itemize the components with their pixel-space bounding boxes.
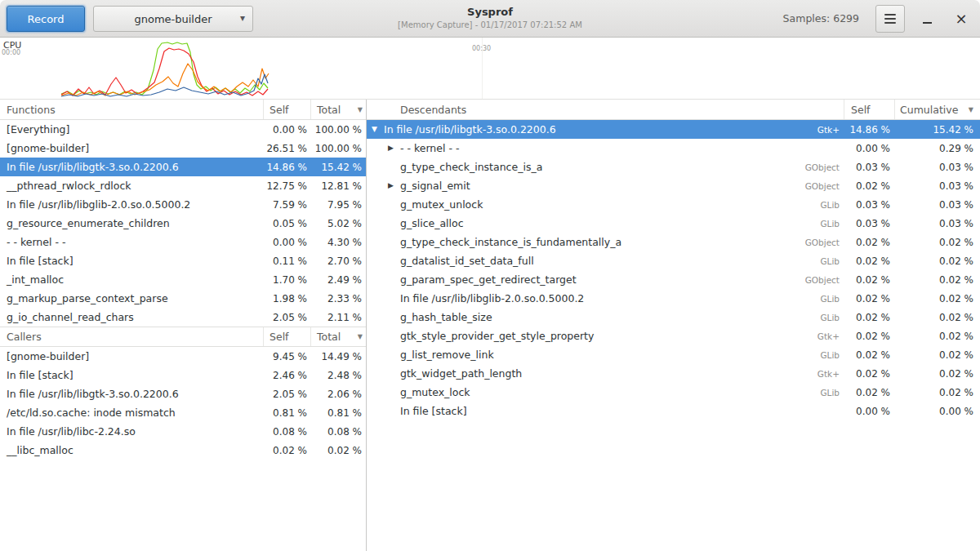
descendant-name: g_datalist_id_set_data_full (400, 255, 820, 267)
table-row[interactable]: g_param_spec_get_redirect_target GObject… (367, 270, 980, 289)
total-percent: 0.08 % (311, 426, 366, 438)
table-row[interactable]: g_type_check_instance_is_a GObject 0.03 … (367, 158, 980, 176)
descendant-name: g_list_remove_link (400, 349, 820, 361)
expander-icon[interactable]: ▼ (372, 126, 384, 133)
table-row[interactable]: ▶ g_signal_emit GObject 0.02 % 0.03 % (367, 176, 980, 195)
self-percent: 0.11 % (264, 256, 311, 267)
table-row[interactable]: g_list_remove_link GLib 0.02 % 0.02 % (367, 345, 980, 364)
descendant-name: In file /usr/lib/libgtk-3.so.0.2200.6 (384, 123, 817, 136)
descendant-name: g_param_spec_get_redirect_target (400, 273, 805, 286)
self-percent: 0.02 % (844, 312, 895, 323)
table-row[interactable]: In file /usr/lib/libglib-2.0.so.0.5000.2… (367, 289, 980, 308)
column-header-self[interactable]: Self (844, 100, 895, 119)
close-button[interactable]: × (949, 7, 973, 31)
table-row[interactable]: In file /usr/lib/libc-2.24.so 0.08 % 0.0… (0, 422, 366, 441)
total-percent: 12.81 % (311, 180, 366, 192)
total-percent: 5.02 % (311, 218, 366, 229)
self-percent: 0.02 % (844, 237, 895, 248)
expander-icon[interactable]: ▶ (388, 144, 400, 152)
descendants-table-body: ▼ In file /usr/lib/libgtk-3.so.0.2200.6 … (367, 120, 980, 420)
table-row[interactable]: g_io_channel_read_chars 2.05 % 2.11 % (0, 308, 366, 327)
time-tick-mid: 00:30 (472, 45, 491, 52)
self-percent: 0.02 % (844, 331, 895, 342)
table-row[interactable]: In file [stack] 0.00 % 0.00 % (367, 402, 980, 420)
self-percent: 0.81 % (264, 407, 311, 419)
table-row[interactable]: In file [stack] 2.46 % 2.48 % (0, 366, 366, 384)
table-row[interactable]: In file /usr/lib/libglib-2.0.so.0.5000.2… (0, 195, 366, 214)
table-row[interactable]: [gnome-builder] 9.45 % 14.49 % (0, 347, 366, 366)
table-row[interactable]: [gnome-builder] 26.51 % 100.00 % (0, 139, 366, 158)
column-header-self[interactable]: Self (264, 327, 311, 346)
self-percent: 12.75 % (264, 180, 311, 192)
expander-icon[interactable]: ▶ (388, 182, 400, 189)
table-row[interactable]: __libc_malloc 0.02 % 0.02 % (0, 441, 366, 460)
table-row[interactable]: /etc/ld.so.cache: inode mismatch 0.81 % … (0, 403, 366, 422)
hamburger-menu-button[interactable] (875, 5, 905, 33)
self-percent: 0.00 % (844, 143, 895, 154)
table-row[interactable]: g_markup_parse_context_parse 1.98 % 2.33… (0, 289, 366, 308)
descendant-name: - - kernel - - (400, 142, 840, 154)
column-header-total[interactable]: Total ▼ (311, 327, 366, 346)
table-row[interactable]: In file /usr/lib/libgtk-3.so.0.2200.6 14… (0, 158, 366, 176)
process-dropdown[interactable]: gnome-builder ▾ (93, 6, 253, 32)
functions-pane: Functions Self Total ▼ [Everything] 0.00… (0, 100, 367, 551)
time-tick-start: 00:00 (2, 49, 20, 56)
table-row[interactable]: gtk_widget_path_length Gtk+ 0.02 % 0.02 … (367, 364, 980, 383)
table-row[interactable]: - - kernel - - 0.00 % 4.30 % (0, 233, 366, 251)
function-name: In file /usr/lib/libglib-2.0.so.0.5000.2 (0, 198, 264, 211)
cumulative-percent: 0.02 % (895, 274, 980, 286)
table-row[interactable]: g_resource_enumerate_children 0.05 % 5.0… (0, 214, 366, 233)
minimize-button[interactable] (915, 7, 939, 31)
table-row[interactable]: g_hash_table_size GLib 0.02 % 0.02 % (367, 308, 980, 327)
record-button[interactable]: Record (7, 6, 85, 32)
cumulative-percent: 0.02 % (895, 237, 980, 248)
close-icon: × (955, 10, 967, 27)
table-row[interactable]: g_type_check_instance_is_fundamentally_a… (367, 233, 980, 251)
sort-arrow-icon: ▼ (358, 106, 363, 113)
self-percent: 0.05 % (264, 218, 311, 229)
library-tag: GLib (820, 388, 840, 398)
sort-arrow-icon: ▼ (969, 106, 973, 113)
total-percent: 15.42 % (311, 162, 366, 173)
library-tag: GLib (820, 200, 840, 210)
library-tag: GLib (820, 313, 840, 322)
cpu-graph[interactable]: CPU 00:00 00:30 (0, 38, 980, 100)
table-row[interactable]: g_datalist_id_set_data_full GLib 0.02 % … (367, 251, 980, 270)
chevron-down-icon: ▾ (240, 12, 245, 24)
self-percent: 0.02 % (844, 349, 895, 361)
total-percent: 2.06 % (311, 389, 366, 400)
total-percent: 14.49 % (311, 351, 366, 362)
table-row[interactable]: [Everything] 0.00 % 100.00 % (0, 120, 366, 139)
column-header-cumulative[interactable]: Cumulative ▼ (895, 100, 980, 119)
library-tag: GLib (820, 256, 840, 266)
self-percent: 14.86 % (264, 162, 311, 173)
function-name: g_resource_enumerate_children (0, 217, 264, 229)
table-row[interactable]: __pthread_rwlock_rdlock 12.75 % 12.81 % (0, 176, 366, 195)
library-tag: GLib (820, 219, 840, 229)
column-header-functions[interactable]: Functions (0, 100, 264, 119)
table-row[interactable]: ▶ - - kernel - - 0.00 % 0.29 % (367, 139, 980, 158)
function-name: [Everything] (0, 123, 264, 136)
column-header-self[interactable]: Self (264, 100, 311, 119)
self-percent: 0.00 % (264, 237, 311, 248)
table-row[interactable]: ▼ In file /usr/lib/libgtk-3.so.0.2200.6 … (367, 120, 980, 139)
table-row[interactable]: g_slice_alloc GLib 0.03 % 0.03 % (367, 214, 980, 233)
table-row[interactable]: In file [stack] 0.11 % 2.70 % (0, 251, 366, 270)
table-row[interactable]: gtk_style_provider_get_style_property Gt… (367, 327, 980, 345)
descendant-name: In file /usr/lib/libglib-2.0.so.0.5000.2 (400, 292, 820, 304)
column-header-total[interactable]: Total ▼ (311, 100, 366, 119)
column-header-descendants[interactable]: Descendants (367, 100, 844, 119)
descendant-name: g_type_check_instance_is_fundamentally_a (400, 236, 805, 248)
caller-name: [gnome-builder] (0, 350, 264, 362)
table-row[interactable]: g_mutex_lock GLib 0.02 % 0.02 % (367, 383, 980, 402)
column-header-callers[interactable]: Callers (0, 327, 264, 346)
self-percent: 26.51 % (264, 143, 311, 154)
self-percent: 0.02 % (844, 293, 895, 304)
table-row[interactable]: In file /usr/lib/libgtk-3.so.0.2200.6 2.… (0, 384, 366, 403)
total-percent: 0.81 % (311, 407, 366, 419)
table-row[interactable]: g_mutex_unlock GLib 0.03 % 0.03 % (367, 195, 980, 214)
library-tag: GLib (820, 350, 840, 360)
cumulative-percent: 0.03 % (895, 199, 980, 211)
table-row[interactable]: _int_malloc 1.70 % 2.49 % (0, 270, 366, 289)
library-tag: GObject (805, 238, 840, 247)
